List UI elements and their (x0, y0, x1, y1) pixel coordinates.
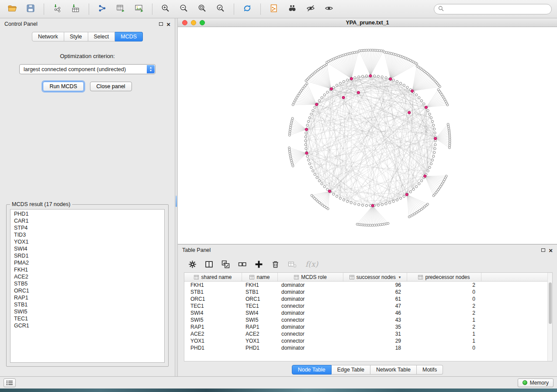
zoom-fit-button[interactable] (195, 2, 209, 16)
network-title: YPA_prune.txt_1 (346, 20, 389, 26)
table-cell-successors: 29 (343, 338, 407, 344)
table-cell-shared_name: RAP1 (184, 324, 242, 330)
mcds-result-item[interactable]: STB5 (10, 280, 164, 287)
search-box[interactable] (434, 4, 552, 14)
mcds-result-item[interactable]: TEC1 (10, 315, 164, 322)
close-table-panel-icon[interactable]: × (549, 247, 553, 254)
mcds-result-item[interactable]: PMA2 (10, 259, 164, 266)
tab-network-table[interactable]: Network Table (370, 365, 417, 375)
table-options-button[interactable] (188, 260, 197, 268)
network-canvas[interactable] (178, 27, 557, 244)
tab-edge-table[interactable]: Edge Table (332, 365, 370, 375)
maximize-window-icon[interactable] (200, 20, 205, 25)
hide-selected-button[interactable] (304, 2, 318, 16)
select-all-button[interactable] (221, 260, 230, 268)
tab-style[interactable]: Style (64, 32, 88, 41)
mcds-result-list[interactable]: PHD1CAR1STP4TID3YOX1SWI4SRD1PMA2FKH1ACE2… (10, 209, 165, 363)
table-row[interactable]: YOX1YOX1connector291 (184, 337, 552, 344)
mcds-result-item[interactable]: PHD1 (10, 210, 164, 217)
tab-select[interactable]: Select (88, 32, 115, 41)
mcds-result-item[interactable]: YOX1 (10, 238, 164, 245)
table-row[interactable]: RAP1RAP1dominator352 (184, 323, 552, 330)
table-row[interactable]: FKH1FKH1dominator962 (184, 282, 552, 289)
network-graph[interactable] (178, 27, 557, 244)
table-cell-role: connector (278, 317, 343, 323)
memory-button[interactable]: Memory (518, 378, 554, 387)
mcds-result-item[interactable]: STP4 (10, 224, 164, 231)
delete-column-button[interactable] (271, 260, 280, 268)
create-column-button[interactable] (255, 260, 263, 268)
column-header-mcds-role[interactable]: MCDS role (278, 273, 343, 281)
table-cell-successors: 43 (343, 317, 407, 323)
table-cell-shared_name: TEC1 (184, 303, 242, 309)
table-row[interactable]: PHD1PHD1dominator180 (184, 344, 552, 351)
apply-layout-button[interactable] (240, 2, 254, 16)
zoom-selected-button[interactable] (214, 2, 228, 16)
network-titlebar[interactable]: YPA_prune.txt_1 (178, 18, 557, 27)
tab-motifs[interactable]: Motifs (417, 365, 443, 375)
refresh-icon (242, 3, 252, 14)
save-button[interactable] (24, 2, 38, 16)
table-cell-role: connector (278, 338, 343, 344)
table-row[interactable]: SWI5SWI5connector431 (184, 316, 552, 323)
mcds-result-item[interactable]: SRD1 (10, 252, 164, 259)
deselect-all-button[interactable] (238, 260, 246, 268)
new-network-button[interactable] (95, 2, 109, 16)
function-builder-button[interactable]: f(x) (305, 260, 318, 268)
column-header-predecessor-nodes[interactable]: predecessor nodes (407, 273, 481, 281)
table-cell-name: FKH1 (242, 282, 278, 288)
zoom-in-button[interactable] (159, 2, 173, 16)
mcds-result-item[interactable]: ORC1 (10, 287, 164, 294)
table-row[interactable]: ORC1ORC1dominator610 (184, 296, 552, 303)
export-table-button[interactable] (114, 2, 128, 16)
table-scrollbar-thumb[interactable] (549, 282, 552, 324)
mcds-result-item[interactable]: CAR1 (10, 217, 164, 224)
mcds-result-item[interactable]: ACE2 (10, 273, 164, 280)
mcds-result-item[interactable]: SWI4 (10, 245, 164, 252)
table-toolbar: f(x) (178, 256, 557, 272)
table-row[interactable]: STB1STB1dominator620 (184, 289, 552, 296)
column-header-name[interactable]: name (242, 273, 278, 281)
mcds-result-item[interactable]: FKH1 (10, 266, 164, 273)
table-row[interactable]: ACE2ACE2connector311 (184, 330, 552, 337)
mcds-result-item[interactable]: STB1 (10, 301, 164, 308)
float-panel-icon[interactable] (159, 22, 163, 26)
table-row[interactable]: TEC1TEC1connector472 (184, 303, 552, 309)
mcds-result-item[interactable]: SWI5 (10, 308, 164, 315)
column-header-shared-name[interactable]: shared name (184, 273, 242, 281)
toolbar-separator (260, 3, 261, 15)
search-input[interactable] (446, 6, 547, 12)
minimize-window-icon[interactable] (191, 20, 196, 25)
mcds-result-item[interactable]: RAP1 (10, 294, 164, 301)
criterion-select[interactable]: largest connected component (undirected)… (19, 64, 156, 74)
table-row[interactable]: SWI4SWI4dominator462 (184, 309, 552, 316)
export-image-button[interactable] (132, 2, 146, 16)
float-table-panel-icon[interactable] (541, 248, 545, 252)
table-scrollbar[interactable] (547, 273, 552, 361)
import-network-icon (52, 3, 62, 14)
column-header-successor-nodes[interactable]: successor nodes ▾ (343, 273, 407, 281)
close-panel-icon[interactable]: × (166, 21, 170, 28)
import-network-button[interactable] (50, 2, 64, 16)
node-table-body: FKH1FKH1dominator962STB1STB1dominator620… (184, 282, 552, 351)
show-columns-button[interactable] (205, 260, 213, 268)
open-file-button[interactable] (5, 2, 19, 16)
show-all-button[interactable] (322, 2, 336, 16)
tab-node-table[interactable]: Node Table (292, 365, 332, 375)
zoom-out-button[interactable] (177, 2, 191, 16)
delete-table-button[interactable] (288, 260, 297, 268)
tab-mcds[interactable]: MCDS (115, 32, 143, 41)
close-window-icon[interactable] (182, 20, 187, 25)
close-panel-button[interactable]: Close panel (90, 82, 132, 91)
import-table-button[interactable] (69, 2, 83, 16)
tab-network[interactable]: Network (32, 32, 64, 41)
share-document-button[interactable] (267, 2, 281, 16)
task-history-button[interactable] (3, 378, 16, 387)
run-mcds-button[interactable]: Run MCDS (43, 82, 83, 91)
find-button[interactable] (285, 2, 299, 16)
mcds-result-item[interactable]: TID3 (10, 231, 164, 238)
toolbar-separator (234, 3, 234, 15)
eye-slash-icon (306, 3, 315, 14)
mcds-result-item[interactable]: GCR1 (10, 322, 164, 329)
floppy-icon (26, 3, 35, 14)
